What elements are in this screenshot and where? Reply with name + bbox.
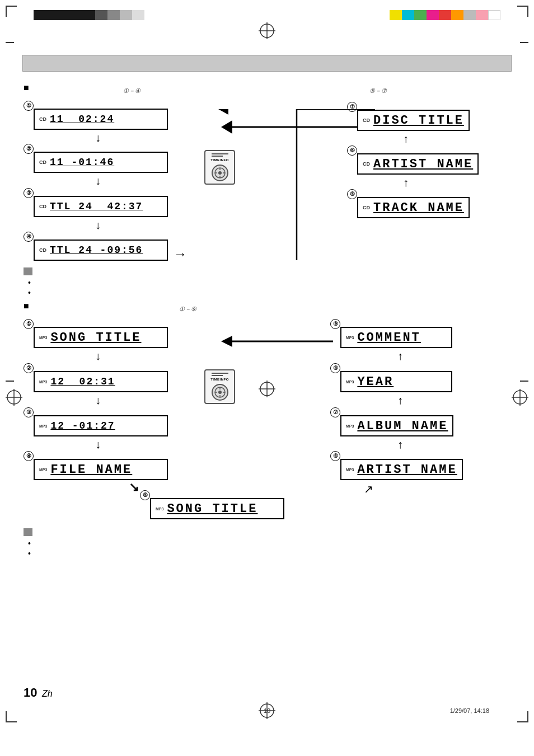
mp3-item-6-arrow: ↗ bbox=[364, 482, 373, 496]
mp3-seq-label: ①－⑨ bbox=[179, 303, 196, 313]
mp3-item-7-arrow: ↑ bbox=[397, 438, 403, 451]
cd-seq-label-1: ①－④ bbox=[123, 85, 140, 95]
mp3-device: TIMEINFO bbox=[204, 369, 235, 404]
mp3-item-3-num: ③ bbox=[24, 406, 34, 417]
corner-mark-bl bbox=[6, 711, 17, 722]
cd-item-7-num: ⑦ bbox=[347, 101, 357, 112]
cd-item-3-num: ③ bbox=[24, 187, 34, 198]
corner-mark-tl bbox=[6, 6, 17, 17]
cd-item-6-num: ⑥ bbox=[347, 144, 357, 156]
cd-item-1-num: ① bbox=[24, 100, 34, 111]
cd-item-2-box: CD 11 -01:46 bbox=[34, 152, 168, 173]
mp3-arrow-diagonal: ↘ bbox=[129, 480, 139, 495]
corner-mark-br bbox=[517, 711, 528, 722]
mp3-item-8-num: ⑧ bbox=[330, 362, 340, 373]
left-crosshair bbox=[6, 389, 22, 408]
svg-marker-7 bbox=[218, 109, 228, 115]
top-bar-right bbox=[390, 10, 500, 20]
cd-bullet-1: • bbox=[28, 278, 31, 288]
mp3-section-bullet: ■ bbox=[24, 301, 29, 311]
side-mark-right-mid bbox=[520, 381, 528, 382]
cd-arrow-right: → bbox=[174, 246, 187, 262]
bottom-crosshair bbox=[259, 702, 275, 721]
cd-item-6-box: CD ARTIST NAME bbox=[357, 153, 479, 175]
cd-item-4-num: ④ bbox=[24, 231, 34, 242]
cd-item-5-num: ⑤ bbox=[347, 188, 357, 199]
cd-big-arrow-main bbox=[218, 109, 375, 262]
cd-device: TIMEINFO bbox=[204, 150, 235, 185]
mp3-device-label: TIMEINFO bbox=[210, 378, 229, 381]
cd-item-7-box: CD DISC TITLE bbox=[357, 110, 470, 131]
mp3-item-3-arrow: ↓ bbox=[95, 438, 101, 451]
header-bar bbox=[22, 55, 512, 72]
mp3-item-4-box: MP3 FILE NAME bbox=[34, 459, 168, 480]
mp3-item-1-arrow: ↓ bbox=[95, 350, 101, 363]
cd-item-1-arrow: ↓ bbox=[95, 132, 101, 144]
cd-device-label: TIMEINFO bbox=[210, 158, 229, 162]
corner-mark-tr bbox=[517, 6, 528, 17]
mp3-bullet-1: • bbox=[28, 538, 31, 548]
side-mark-left-mid bbox=[6, 381, 14, 382]
cd-section-bullet: ■ bbox=[24, 83, 29, 93]
cd-item-3-box: CD TTL 24 42:37 bbox=[34, 196, 168, 217]
page-num-zh: 10 Zh bbox=[24, 685, 53, 700]
top-crosshair bbox=[259, 22, 275, 41]
cd-item-5-box: CD TRACK NAME bbox=[357, 197, 470, 218]
svg-point-9 bbox=[218, 171, 222, 175]
mp3-item-6-box: MP3 ARTIST NAME bbox=[340, 459, 463, 480]
mp3-item-5-box: MP3 SONG TITLE bbox=[150, 498, 284, 519]
mp3-color-square bbox=[24, 528, 32, 538]
svg-marker-18 bbox=[221, 336, 232, 347]
mp3-item-3-box: MP3 12 -01:27 bbox=[34, 415, 168, 436]
cd-bullet-2: • bbox=[28, 288, 31, 298]
cd-item-6-arrow: ↑ bbox=[403, 176, 409, 189]
mp3-bullet-2: • bbox=[28, 548, 31, 558]
mp3-item-7-num: ⑦ bbox=[330, 406, 340, 417]
mp3-item-2-num: ② bbox=[24, 362, 34, 373]
mp3-item-9-arrow: ↑ bbox=[397, 350, 403, 363]
bottom-date: 1/29/07, 14:18 bbox=[450, 707, 489, 714]
mp3-item-8-arrow: ↑ bbox=[397, 394, 403, 407]
mp3-item-5-num: ⑤ bbox=[140, 489, 150, 500]
mp3-item-9-box: MP3 COMMENT bbox=[340, 327, 452, 348]
cd-item-2-num: ② bbox=[24, 143, 34, 154]
mp3-item-2-box: MP3 12 02:31 bbox=[34, 371, 168, 392]
cd-item-2-arrow: ↓ bbox=[95, 175, 101, 187]
mp3-item-6-num: ⑥ bbox=[330, 450, 340, 461]
mp3-item-7-box: MP3 ALBUM NAME bbox=[340, 415, 453, 436]
mp3-item-1-box: MP3 SONG TITLE bbox=[34, 327, 168, 348]
middle-crosshair bbox=[259, 381, 275, 400]
cd-item-4-box: CD TTL 24 -09:56 bbox=[34, 240, 168, 261]
top-bar-left bbox=[34, 10, 144, 20]
mp3-big-arrow-left bbox=[221, 333, 333, 352]
side-mark-right-top bbox=[520, 42, 528, 43]
mp3-item-1-num: ① bbox=[24, 318, 34, 329]
right-crosshair bbox=[512, 389, 528, 408]
cd-item-3-arrow: ↓ bbox=[95, 219, 101, 232]
mp3-item-9-num: ⑨ bbox=[330, 318, 340, 329]
cd-color-square bbox=[24, 267, 32, 278]
side-mark-left-top bbox=[6, 42, 14, 43]
mp3-item-8-box: MP3 YEAR bbox=[340, 371, 452, 392]
mp3-item-2-arrow: ↓ bbox=[95, 394, 101, 407]
cd-item-7-arrow: ↑ bbox=[403, 133, 409, 145]
cd-item-1-box: CD 11 02:24 bbox=[34, 109, 168, 130]
mp3-item-4-num: ④ bbox=[24, 450, 34, 461]
cd-seq-label-2: ⑤－⑦ bbox=[369, 85, 387, 95]
svg-point-20 bbox=[218, 391, 222, 394]
